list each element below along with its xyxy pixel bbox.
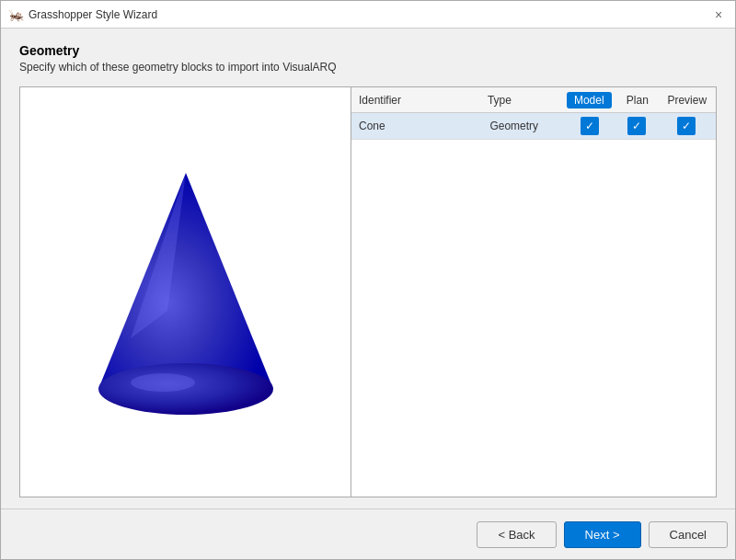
cell-preview-checkbox[interactable]: ✓ xyxy=(658,113,716,139)
svg-point-2 xyxy=(98,363,273,415)
cone-preview xyxy=(85,154,287,430)
cell-model-checkbox[interactable]: ✓ xyxy=(565,113,615,139)
main-panel: Identifier Type Model Plan Preview xyxy=(19,86,717,497)
table-row: Cone Geometry ✓ ✓ ✓ xyxy=(351,113,716,140)
svg-point-3 xyxy=(131,373,195,392)
col-header-type: Type xyxy=(480,87,561,112)
preview-check-icon[interactable]: ✓ xyxy=(677,117,696,135)
title-bar-left: 🦗 Grasshopper Style Wizard xyxy=(8,7,157,22)
back-button[interactable]: < Back xyxy=(477,521,556,548)
cell-plan-checkbox[interactable]: ✓ xyxy=(615,113,658,139)
next-button[interactable]: Next > xyxy=(564,521,641,548)
cancel-button[interactable]: Cancel xyxy=(649,521,728,548)
plan-check-icon[interactable]: ✓ xyxy=(627,117,646,135)
page-title: Geometry xyxy=(19,43,717,58)
col-header-plan: Plan xyxy=(616,87,658,112)
preview-panel xyxy=(20,87,351,497)
app-icon: 🦗 xyxy=(8,7,23,22)
col-header-preview: Preview xyxy=(659,87,716,112)
col-header-identifier: Identifier xyxy=(351,87,480,112)
cell-identifier: Cone xyxy=(351,113,482,139)
content-area: Geometry Specify which of these geometry… xyxy=(1,29,735,509)
col-header-model[interactable]: Model xyxy=(561,87,616,112)
footer: < Back Next > Cancel xyxy=(1,509,735,559)
title-bar: 🦗 Grasshopper Style Wizard × xyxy=(1,1,735,29)
page-subtitle: Specify which of these geometry blocks t… xyxy=(19,61,717,74)
main-window: 🦗 Grasshopper Style Wizard × Geometry Sp… xyxy=(0,0,736,560)
table-panel: Identifier Type Model Plan Preview xyxy=(351,87,716,497)
window-title: Grasshopper Style Wizard xyxy=(29,8,157,21)
cell-type: Geometry xyxy=(482,113,565,139)
table-header-row: Identifier Type Model Plan Preview xyxy=(351,87,716,113)
header: Geometry Specify which of these geometry… xyxy=(19,43,717,74)
close-button[interactable]: × xyxy=(709,6,728,24)
model-check-icon[interactable]: ✓ xyxy=(581,117,599,135)
